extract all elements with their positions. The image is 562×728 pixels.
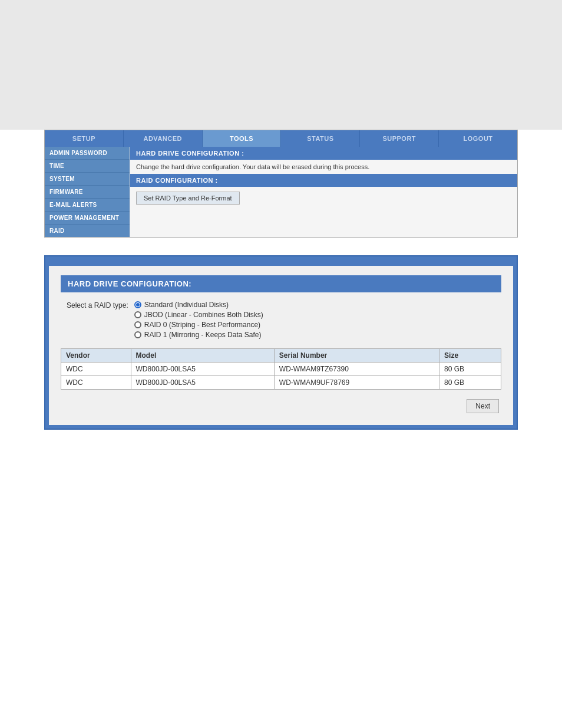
col-serial: Serial Number xyxy=(274,349,439,363)
nav-logout[interactable]: LOGOUT xyxy=(439,130,517,147)
panel-body: ADMIN PASSWORD TIME SYSTEM FIRMWARE E-MA… xyxy=(45,147,517,237)
raid-options-group: Standard (Individual Disks) JBOD (Linear… xyxy=(134,301,263,339)
sidebar-item-raid[interactable]: RAID xyxy=(45,225,130,237)
router-panel: SETUP ADVANCED TOOLS STATUS SUPPORT LOGO… xyxy=(44,130,518,238)
top-banner xyxy=(0,0,562,130)
sidebar-item-firmware[interactable]: FIRMWARE xyxy=(45,186,130,199)
drive-table: Vendor Model Serial Number Size WDC WD80… xyxy=(61,348,501,390)
sidebar-item-admin-password[interactable]: ADMIN PASSWORD xyxy=(45,147,130,160)
hard-drive-dialog: HARD DRIVE CONFIGURATION: Select a RAID … xyxy=(44,255,518,430)
sidebar-item-time[interactable]: TIME xyxy=(45,160,130,173)
content-area: HARD DRIVE CONFIGURATION : Change the ha… xyxy=(130,147,517,237)
col-size: Size xyxy=(439,349,501,363)
radio-raid1[interactable] xyxy=(134,331,141,338)
raid-config-header: RAID CONFIGURATION : xyxy=(130,174,517,187)
nav-tools[interactable]: TOOLS xyxy=(203,130,282,147)
nav-advanced[interactable]: ADVANCED xyxy=(124,130,203,147)
sidebar-item-system[interactable]: SYSTEM xyxy=(45,173,130,186)
radio-standard[interactable] xyxy=(134,301,141,308)
nav-status[interactable]: STATUS xyxy=(281,130,360,147)
raid-option-standard[interactable]: Standard (Individual Disks) xyxy=(134,301,263,309)
hard-drive-config-body: Change the hard drive configuration. You… xyxy=(130,160,517,174)
raid-select-label: Select a RAID type: xyxy=(67,301,128,309)
drive1-model: WD800JD-00LSA5 xyxy=(131,363,274,376)
radio-raid0[interactable] xyxy=(134,321,141,328)
raid-type-row: Select a RAID type: Standard (Individual… xyxy=(61,301,501,339)
raid-option-raid0-label: RAID 0 (Striping - Best Performance) xyxy=(144,321,260,329)
raid-option-raid0[interactable]: RAID 0 (Striping - Best Performance) xyxy=(134,321,263,329)
dialog-inner: HARD DRIVE CONFIGURATION: Select a RAID … xyxy=(49,260,513,425)
drive2-model: WD800JD-00LSA5 xyxy=(131,376,274,390)
set-raid-button[interactable]: Set RAID Type and Re-Format xyxy=(136,192,240,205)
drive1-vendor: WDC xyxy=(61,363,131,376)
dialog-content: HARD DRIVE CONFIGURATION: Select a RAID … xyxy=(49,266,513,425)
col-vendor: Vendor xyxy=(61,349,131,363)
next-button[interactable]: Next xyxy=(467,399,499,413)
nav-support[interactable]: SUPPORT xyxy=(360,130,439,147)
dialog-title: HARD DRIVE CONFIGURATION: xyxy=(61,275,501,292)
nav-setup[interactable]: SETUP xyxy=(45,130,124,147)
raid-option-jbod-label: JBOD (Linear - Combines Both Disks) xyxy=(144,311,263,319)
sidebar-item-email-alerts[interactable]: E-MAIL ALERTS xyxy=(45,199,130,212)
drive2-serial: WD-WMAM9UF78769 xyxy=(274,376,439,390)
raid-option-standard-label: Standard (Individual Disks) xyxy=(144,301,229,309)
drive1-size: 80 GB xyxy=(439,363,501,376)
raid-config-body: Set RAID Type and Re-Format xyxy=(130,187,517,209)
nav-bar: SETUP ADVANCED TOOLS STATUS SUPPORT LOGO… xyxy=(45,130,517,147)
raid-option-raid1[interactable]: RAID 1 (Mirroring - Keeps Data Safe) xyxy=(134,331,263,339)
drive-row-1: WDC WD800JD-00LSA5 WD-WMAM9TZ67390 80 GB xyxy=(61,363,501,376)
drive2-size: 80 GB xyxy=(439,376,501,390)
drive1-serial: WD-WMAM9TZ67390 xyxy=(274,363,439,376)
raid-option-raid1-label: RAID 1 (Mirroring - Keeps Data Safe) xyxy=(144,331,262,339)
radio-jbod[interactable] xyxy=(134,311,141,318)
col-model: Model xyxy=(131,349,274,363)
next-row: Next xyxy=(61,399,501,413)
sidebar: ADMIN PASSWORD TIME SYSTEM FIRMWARE E-MA… xyxy=(45,147,130,237)
hard-drive-config-header: HARD DRIVE CONFIGURATION : xyxy=(130,147,517,160)
raid-option-jbod[interactable]: JBOD (Linear - Combines Both Disks) xyxy=(134,311,263,319)
dialog-top-bar xyxy=(49,260,513,266)
drive2-vendor: WDC xyxy=(61,376,131,390)
sidebar-item-power-management[interactable]: POWER MANAGEMENT xyxy=(45,212,130,225)
drive-row-2: WDC WD800JD-00LSA5 WD-WMAM9UF78769 80 GB xyxy=(61,376,501,390)
